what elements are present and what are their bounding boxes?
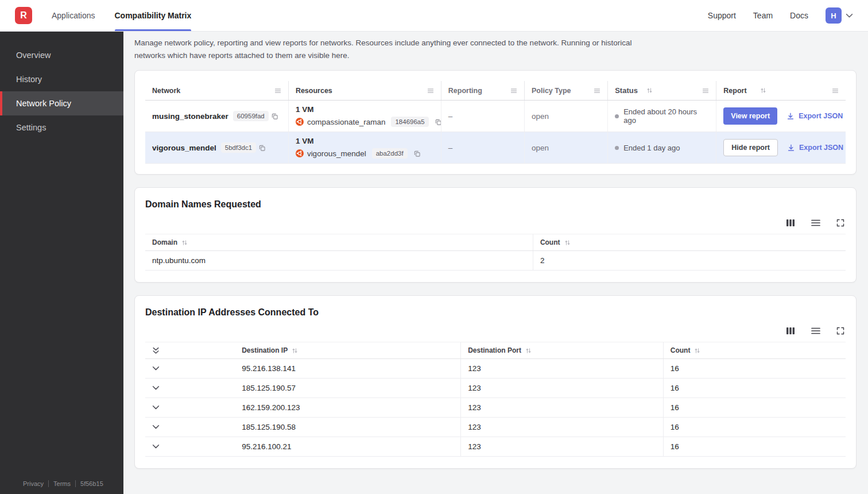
- view-report-button[interactable]: View report: [723, 107, 777, 125]
- column-header-destination-ip[interactable]: Destination IP: [235, 342, 461, 358]
- column-label: Destination Port: [468, 346, 521, 354]
- sidebar-item-history[interactable]: History: [0, 67, 123, 91]
- sidebar-item-network-policy[interactable]: Network Policy: [0, 91, 123, 115]
- resource-name: compassionate_raman: [307, 118, 386, 126]
- destinations-table: Destination IP Destination Port Count 95…: [145, 342, 846, 457]
- count-cell: 16: [664, 437, 846, 456]
- destination-ip-cell: 185.125.190.58: [235, 418, 461, 437]
- app-logo[interactable]: R: [15, 7, 32, 24]
- account-menu[interactable]: H: [826, 7, 853, 24]
- count-cell: 16: [664, 379, 846, 397]
- nav-tab-compatibility-matrix[interactable]: Compatibility Matrix: [115, 0, 192, 31]
- chevron-down-icon[interactable]: [152, 385, 160, 391]
- column-header-policy-type[interactable]: Policy Type: [524, 81, 607, 100]
- destination-ip-cell: 95.216.138.141: [235, 359, 461, 378]
- network-row-vigorous-mendel[interactable]: vigorous_mendel 5bdf3dc1 1 VM vigorous_m…: [145, 132, 846, 164]
- expand-all-header[interactable]: [145, 342, 235, 358]
- expander-cell: [145, 437, 235, 456]
- column-header-destination-port[interactable]: Destination Port: [461, 342, 664, 358]
- ubuntu-icon: [296, 118, 304, 126]
- nav-tab-label: Compatibility Matrix: [115, 11, 192, 20]
- sort-icon[interactable]: [525, 348, 532, 354]
- reporting-cell: –: [441, 101, 524, 132]
- nav-link-support[interactable]: Support: [708, 11, 736, 20]
- network-row-musing-stonebraker[interactable]: musing_stonebraker 60959fad 1 VM compass…: [145, 101, 846, 132]
- column-header-status[interactable]: Status: [607, 81, 716, 100]
- column-header-count[interactable]: Count: [664, 342, 846, 358]
- app-logo-letter: R: [20, 10, 27, 21]
- nav-link-team[interactable]: Team: [753, 11, 773, 20]
- copy-icon[interactable]: [259, 145, 265, 151]
- chevron-down-icon[interactable]: [846, 13, 853, 18]
- destination-port-cell: 123: [461, 398, 664, 417]
- column-menu-icon[interactable]: [702, 87, 709, 94]
- export-json-link[interactable]: Export JSON: [787, 144, 843, 152]
- column-menu-icon[interactable]: [594, 87, 600, 94]
- download-icon: [786, 112, 795, 120]
- network-name: vigorous_mendel: [152, 144, 216, 152]
- sidebar-item-label: History: [16, 75, 42, 84]
- chevron-down-icon[interactable]: [152, 444, 160, 449]
- sidebar: Overview History Network Policy Settings…: [0, 32, 123, 494]
- column-label: Status: [615, 86, 638, 95]
- destination-row: 162.159.200.123 123 16: [145, 398, 846, 418]
- chevron-down-icon[interactable]: [152, 424, 160, 430]
- domains-table-header: Domain Count: [145, 234, 846, 251]
- column-header-domain[interactable]: Domain: [145, 234, 533, 250]
- sidebar-item-label: Overview: [16, 51, 51, 60]
- build-version: 5f56b15: [75, 480, 108, 487]
- sort-icon[interactable]: [646, 87, 653, 94]
- columns-icon[interactable]: [786, 219, 795, 227]
- rows-icon[interactable]: [811, 327, 820, 335]
- column-label: Policy Type: [532, 87, 571, 95]
- network-name: musing_stonebraker: [152, 112, 228, 121]
- resources-summary: 1 VM: [296, 137, 314, 145]
- domain-names-card: Domain Names Requested Domain Count ntp.…: [134, 187, 857, 283]
- count-cell: 16: [664, 359, 846, 378]
- status-cell: Ended 1 day ago: [607, 132, 716, 163]
- column-header-report[interactable]: Report: [716, 81, 846, 100]
- section-title: Domain Names Requested: [145, 199, 846, 210]
- sort-icon[interactable]: [760, 87, 766, 94]
- destination-row: 95.216.100.21 123 16: [145, 437, 846, 457]
- fullscreen-icon[interactable]: [836, 327, 844, 335]
- sidebar-footer: Privacy Terms 5f56b15: [23, 480, 108, 487]
- column-header-resources[interactable]: Resources: [288, 81, 441, 100]
- user-avatar[interactable]: H: [826, 7, 842, 24]
- column-menu-icon[interactable]: [510, 87, 517, 94]
- count-cell: 16: [664, 418, 846, 437]
- nav-link-docs[interactable]: Docs: [790, 11, 808, 20]
- sidebar-item-settings[interactable]: Settings: [0, 115, 123, 140]
- chevron-down-icon[interactable]: [152, 405, 160, 410]
- sort-icon[interactable]: [564, 240, 571, 246]
- columns-icon[interactable]: [786, 327, 795, 335]
- column-header-reporting[interactable]: Reporting: [441, 81, 524, 100]
- sidebar-item-overview[interactable]: Overview: [0, 43, 123, 67]
- destination-port-cell: 123: [461, 437, 664, 456]
- networks-table: Network Resources Reporting Policy Type …: [145, 81, 846, 164]
- column-menu-icon[interactable]: [274, 87, 281, 94]
- hide-report-button[interactable]: Hide report: [723, 139, 778, 156]
- terms-link[interactable]: Terms: [48, 480, 75, 487]
- sort-icon[interactable]: [292, 348, 298, 354]
- column-header-count[interactable]: Count: [533, 234, 846, 250]
- privacy-link[interactable]: Privacy: [23, 480, 48, 487]
- status-dot-icon: [615, 114, 619, 118]
- count-cell: 16: [664, 398, 846, 417]
- column-header-network[interactable]: Network: [145, 81, 288, 100]
- sort-icon[interactable]: [181, 240, 188, 246]
- copy-icon[interactable]: [414, 150, 420, 157]
- export-json-link[interactable]: Export JSON: [786, 112, 843, 120]
- rows-icon[interactable]: [811, 219, 820, 227]
- sort-icon[interactable]: [694, 348, 700, 354]
- nav-tab-applications[interactable]: Applications: [52, 0, 95, 31]
- fullscreen-icon[interactable]: [836, 219, 844, 227]
- column-label: Count: [671, 346, 691, 354]
- double-chevron-down-icon[interactable]: [152, 347, 160, 354]
- column-menu-icon[interactable]: [427, 87, 434, 94]
- reporting-cell: –: [441, 132, 524, 163]
- destination-port-cell: 123: [461, 418, 664, 437]
- chevron-down-icon[interactable]: [152, 366, 160, 371]
- copy-icon[interactable]: [272, 113, 278, 119]
- column-menu-icon[interactable]: [832, 87, 839, 94]
